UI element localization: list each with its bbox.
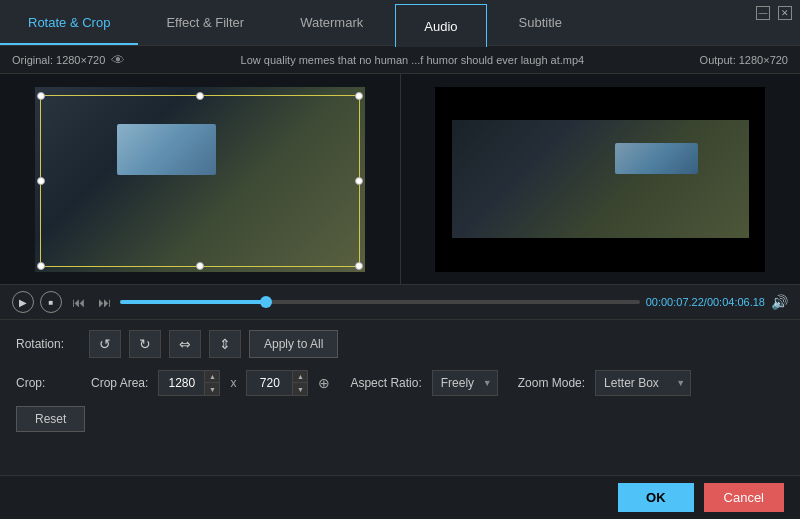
times-separator: x [230,376,236,390]
tab-subtitle[interactable]: Subtitle [491,2,590,45]
progress-track[interactable] [120,300,640,304]
crop-height-input[interactable] [247,376,292,390]
crop-width-down[interactable]: ▼ [205,383,219,395]
right-video-panel [401,74,801,284]
crop-label: Crop: [16,376,81,390]
video-area [0,74,800,284]
crop-row: Crop: Crop Area: ▲ ▼ x ▲ ▼ ⊕ Aspect Rati… [16,370,784,396]
original-label: Original: 1280×720 [12,54,105,66]
original-info: Original: 1280×720 👁 [12,52,125,68]
title-bar: — ✕ [748,0,800,26]
reset-button[interactable]: Reset [16,406,85,432]
crop-canvas [35,87,365,272]
rotate-right-button[interactable]: ↻ [129,330,161,358]
rotation-label: Rotation: [16,337,81,351]
time-display: 00:00:07.22/00:04:06.18 [646,296,765,308]
aspect-ratio-label: Aspect Ratio: [350,376,421,390]
output-preview [435,87,765,272]
progress-fill [120,300,266,304]
zoom-mode-select[interactable]: Letter Box Pan & Scan Full [595,370,691,396]
filename-display: Low quality memes that no human ...f hum… [125,54,699,66]
progress-thumb[interactable] [260,296,272,308]
crop-center-icon[interactable]: ⊕ [318,375,330,391]
playback-bar: ▶ ■ ⏮ ⏭ 00:00:07.22/00:04:06.18 🔊 [0,284,800,320]
volume-icon[interactable]: 🔊 [771,294,788,310]
play-button[interactable]: ▶ [12,291,34,313]
zoom-mode-select-wrap: Letter Box Pan & Scan Full ▼ [595,370,691,396]
tab-effect-filter[interactable]: Effect & Filter [138,2,272,45]
cancel-button[interactable]: Cancel [704,483,784,512]
controls-area: Rotation: ↺ ↻ ⇔ ⇕ Apply to All Crop: Cro… [0,320,800,442]
rotate-left-button[interactable]: ↺ [89,330,121,358]
close-button[interactable]: ✕ [778,6,792,20]
zoom-mode-label: Zoom Mode: [518,376,585,390]
eye-icon[interactable]: 👁 [111,52,125,68]
crop-width-spinners: ▲ ▼ [204,371,219,395]
stop-button[interactable]: ■ [40,291,62,313]
next-frame-button[interactable]: ⏭ [94,292,114,312]
rotation-row: Rotation: ↺ ↻ ⇔ ⇕ Apply to All [16,330,784,358]
crop-height-up[interactable]: ▲ [293,371,307,383]
apply-to-all-button[interactable]: Apply to All [249,330,338,358]
letterbox-bottom [435,238,765,271]
video-preview-left [35,87,365,272]
crop-area-label: Crop Area: [91,376,148,390]
crop-width-up[interactable]: ▲ [205,371,219,383]
letterbox-top [435,87,765,120]
crop-width-input-wrap: ▲ ▼ [158,370,220,396]
tab-watermark[interactable]: Watermark [272,2,391,45]
flip-vertical-button[interactable]: ⇕ [209,330,241,358]
aspect-ratio-select[interactable]: Freely 16:9 4:3 1:1 [432,370,498,396]
crop-height-input-wrap: ▲ ▼ [246,370,308,396]
tab-bar: Rotate & Crop Effect & Filter Watermark … [0,0,800,46]
output-info: Output: 1280×720 [700,54,788,66]
minimize-button[interactable]: — [756,6,770,20]
left-video-panel [0,74,401,284]
prev-frame-button[interactable]: ⏮ [68,292,88,312]
ok-button[interactable]: OK [618,483,694,512]
output-frame [452,120,749,238]
reset-row: Reset [16,406,784,432]
tab-audio[interactable]: Audio [395,4,486,47]
tab-rotate-crop[interactable]: Rotate & Crop [0,2,138,45]
crop-height-spinners: ▲ ▼ [292,371,307,395]
info-bar: Original: 1280×720 👁 Low quality memes t… [0,46,800,74]
flip-horizontal-button[interactable]: ⇔ [169,330,201,358]
bottom-bar: OK Cancel [0,475,800,519]
aspect-ratio-select-wrap: Freely 16:9 4:3 1:1 ▼ [432,370,498,396]
crop-height-down[interactable]: ▼ [293,383,307,395]
crop-width-input[interactable] [159,376,204,390]
letterbox-left [435,87,452,272]
letterbox-right [749,87,766,272]
